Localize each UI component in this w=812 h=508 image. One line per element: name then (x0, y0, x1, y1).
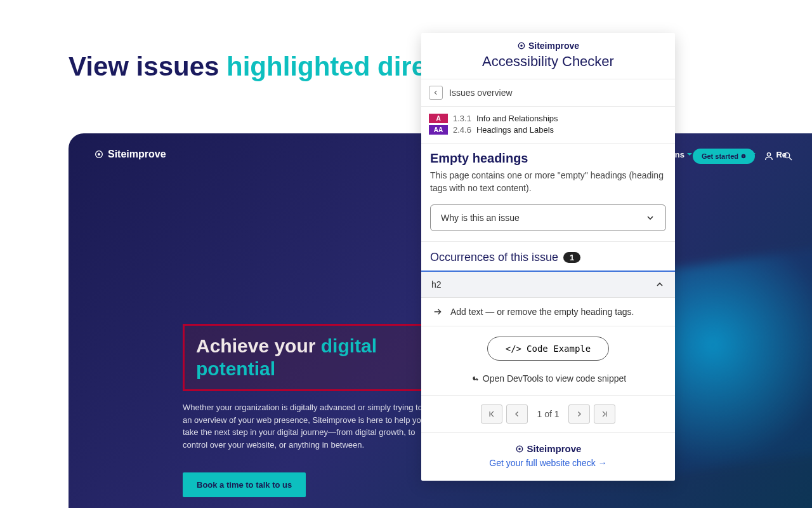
chevron-down-icon (687, 153, 692, 156)
occurrence-row[interactable]: h2 (421, 271, 675, 298)
suggestion-text: Add text — or remove the empty heading t… (450, 307, 634, 317)
svg-line-5 (789, 157, 792, 160)
user-icon[interactable] (764, 151, 774, 161)
pager-last-button[interactable] (594, 404, 615, 424)
first-page-icon (487, 410, 496, 418)
chevron-left-icon (433, 90, 439, 96)
svg-point-3 (767, 153, 770, 156)
suggestion-row: Add text — or remove the empty heading t… (421, 298, 675, 326)
chevron-up-icon (655, 279, 665, 290)
brand-logo-icon (515, 444, 524, 453)
pager-text: 1 of 1 (537, 409, 559, 419)
page-brand[interactable]: Siteimprove (94, 149, 166, 160)
occurrence-tag: h2 (431, 279, 442, 290)
panel-header: Siteimprove Accessibility Checker (421, 33, 675, 79)
code-icon: </> (506, 344, 521, 354)
issue-description: This page contains one or more "empty" h… (430, 170, 666, 194)
panel-footer: Siteimprove Get your full website check … (421, 433, 675, 481)
guideline-row[interactable]: AA 2.4.6 Headings and Labels (429, 125, 667, 135)
back-row[interactable]: Issues overview (421, 79, 675, 107)
hero-description: Whether your organization is digitally a… (183, 401, 436, 451)
panel-title: Accessibility Checker (421, 53, 675, 70)
page-hero: Achieve your digital potential Whether y… (183, 324, 449, 497)
pager-prev-button[interactable] (506, 404, 528, 424)
full-website-check-link[interactable]: Get your full website check → (489, 458, 606, 468)
svg-point-7 (520, 44, 523, 47)
guideline-ref: 1.3.1 (453, 114, 471, 123)
arrow-right-icon (433, 307, 443, 317)
brand-logo-icon (94, 149, 104, 159)
arrow-right-icon: → (598, 458, 607, 468)
svg-point-1 (98, 153, 100, 156)
svg-point-4 (785, 153, 790, 158)
footer-brand: Siteimprove (515, 443, 582, 454)
pager-next-button[interactable] (568, 404, 590, 424)
chevron-left-icon (513, 410, 521, 418)
guideline-name: Headings and Labels (476, 125, 554, 135)
pager-first-button[interactable] (481, 404, 502, 424)
occurrence-count: 1 (563, 252, 580, 263)
get-started-button[interactable]: Get started (693, 149, 755, 164)
guidelines-list: A 1.3.1 Info and Relationships AA 2.4.6 … (421, 107, 675, 144)
why-is-this-an-issue-toggle[interactable]: Why is this an issue (430, 204, 666, 231)
back-button[interactable] (429, 86, 443, 100)
back-label: Issues overview (449, 88, 513, 98)
promo-heading-prefix: View issues (69, 51, 226, 81)
highlighted-issue-element[interactable]: Achieve your digital potential (183, 324, 449, 391)
search-icon[interactable] (783, 151, 793, 161)
wcag-level-badge: AA (429, 125, 448, 135)
last-page-icon (600, 410, 609, 418)
accessibility-checker-panel: Siteimprove Accessibility Checker Issues… (421, 33, 675, 481)
guideline-ref: 2.4.6 (453, 125, 471, 135)
panel-brand: Siteimprove (517, 41, 579, 51)
pager: 1 of 1 (421, 396, 675, 433)
code-example-button[interactable]: </> Code Example (487, 337, 609, 361)
svg-point-2 (742, 154, 746, 159)
arrow-right-icon (741, 154, 746, 159)
occurrences-header: Occurrences of this issue 1 (421, 242, 675, 271)
guideline-row[interactable]: A 1.3.1 Info and Relationships (429, 114, 667, 123)
page-nav-right: Get started (693, 149, 793, 164)
svg-point-9 (518, 448, 521, 450)
chevron-right-icon (575, 410, 583, 418)
guideline-name: Info and Relationships (476, 114, 558, 123)
book-time-button[interactable]: Book a time to talk to us (183, 472, 306, 497)
devtools-hint[interactable]: Open DevTools to view code snippet (421, 367, 675, 396)
brand-logo-icon (517, 41, 526, 50)
wrench-icon (470, 374, 479, 383)
wcag-level-badge: A (429, 114, 448, 123)
chevron-down-icon (645, 213, 655, 223)
issue-title: Empty headings (430, 151, 666, 166)
code-example-wrap: </> Code Example (421, 326, 675, 367)
issue-section: Empty headings This page contains one or… (421, 144, 675, 242)
